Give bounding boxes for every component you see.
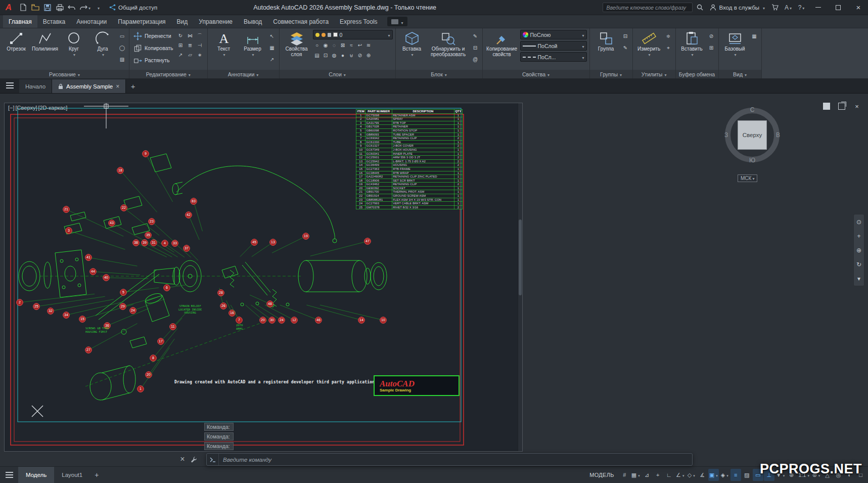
- redo-button[interactable]: [78, 1, 92, 14]
- vertical-scrollbar[interactable]: [518, 103, 522, 451]
- open-file-button[interactable]: [29, 1, 41, 14]
- stretch-button[interactable]: Растянуть: [132, 54, 175, 66]
- polyline-button[interactable]: Полилиния: [31, 30, 59, 52]
- ribbon-tab-вид[interactable]: Вид: [171, 15, 194, 28]
- new-file-button[interactable]: [17, 1, 29, 14]
- ellipse-button[interactable]: ◯: [118, 43, 126, 52]
- viewcube-west[interactable]: З: [724, 131, 728, 139]
- doc-close-button[interactable]: ×: [853, 103, 860, 110]
- close-tab-icon[interactable]: ×: [116, 83, 119, 90]
- viewcube-east[interactable]: В: [776, 131, 780, 139]
- isometric-drafting-toggle[interactable]: ◇: [686, 469, 697, 481]
- grid-display-toggle[interactable]: #: [619, 469, 630, 481]
- wcs-button[interactable]: МСК: [738, 174, 757, 182]
- undo-button[interactable]: [66, 1, 78, 14]
- layout-tab-layout1[interactable]: Layout1: [54, 467, 90, 483]
- doc-minimize-button[interactable]: [823, 103, 830, 110]
- insert-block-button[interactable]: Вставка: [398, 30, 426, 58]
- group-button[interactable]: Группа: [592, 30, 620, 52]
- id-point-button[interactable]: ⌖: [664, 43, 673, 52]
- command-input[interactable]: [219, 457, 692, 463]
- zoom-button[interactable]: ⊕: [855, 246, 863, 254]
- close-button[interactable]: ×: [849, 0, 868, 15]
- orbit-button[interactable]: ↻: [855, 260, 863, 269]
- layer-match-button[interactable]: ≈: [347, 41, 356, 50]
- line-button[interactable]: Отрезок: [3, 30, 30, 52]
- panel-label-modify[interactable]: Редактирование: [129, 70, 207, 78]
- ribbon-tab-совместная-работа[interactable]: Совместная работа: [267, 15, 334, 28]
- polar-tracking-toggle[interactable]: ∠: [675, 469, 686, 481]
- tab-start[interactable]: Начало: [19, 79, 52, 93]
- ribbon-tab-главная[interactable]: Главная: [3, 15, 37, 28]
- new-layout-button[interactable]: +: [90, 467, 103, 483]
- layer-walk-button[interactable]: ≋: [364, 41, 373, 50]
- full-navigation-wheel-button[interactable]: ⊙: [855, 217, 863, 226]
- ribbon-tab-вставка[interactable]: Вставка: [37, 15, 71, 28]
- trim-button[interactable]: ⊣: [196, 41, 204, 50]
- copy-button[interactable]: Копировать: [132, 42, 175, 54]
- linetype-dropdown[interactable]: ПоСлой: [520, 41, 587, 51]
- edit-block-button[interactable]: ✎: [471, 32, 480, 40]
- viewport-control-0[interactable]: [−]: [8, 105, 15, 111]
- detect-convert-button[interactable]: Обнаружить и преобразовать: [427, 30, 470, 57]
- search-button[interactable]: [694, 1, 706, 14]
- ribbon-tab-аннотации[interactable]: Аннотации: [71, 15, 112, 28]
- command-line[interactable]: [206, 453, 693, 466]
- panel-label-utilities[interactable]: Утилиты: [633, 70, 675, 78]
- layer-state-button[interactable]: ▤: [313, 51, 322, 60]
- circle-button[interactable]: Круг: [60, 30, 87, 58]
- viewport-control-2[interactable]: [2D-каркас]: [38, 105, 67, 111]
- ortho-mode-toggle[interactable]: ∟: [664, 469, 674, 481]
- viewcube-top-face[interactable]: Сверху: [738, 120, 767, 150]
- offset-button[interactable]: ≣: [186, 41, 195, 50]
- panel-label-layers[interactable]: Слои: [280, 70, 395, 78]
- dimension-button[interactable]: Размер: [239, 30, 266, 58]
- match-properties-button[interactable]: Копирование свойств: [485, 30, 519, 57]
- ribbon-tab-вывод[interactable]: Вывод: [238, 15, 267, 28]
- new-drawing-tab-button[interactable]: +: [126, 79, 140, 93]
- infer-constraints-toggle[interactable]: ⊿: [642, 469, 652, 481]
- layer-unlock-button[interactable]: ⊡: [322, 51, 330, 60]
- 3d-object-snap-toggle[interactable]: ◈: [719, 469, 730, 481]
- sign-in-button[interactable]: Вход в службы: [707, 4, 768, 11]
- panel-label-annotate[interactable]: Аннотации: [208, 70, 279, 78]
- text-button[interactable]: A Текст: [210, 30, 238, 58]
- maximize-button[interactable]: [829, 0, 848, 15]
- osnap-tracking-toggle[interactable]: ∡: [697, 469, 708, 481]
- copy-clip-button[interactable]: ⊞: [707, 43, 716, 52]
- layer-isolate-button[interactable]: ◉: [322, 41, 330, 50]
- minimize-button[interactable]: [808, 0, 828, 15]
- fillet-button[interactable]: ⌒: [196, 31, 204, 40]
- layout-tab-модель[interactable]: Модель: [18, 467, 54, 483]
- qat-customize-button[interactable]: [92, 1, 104, 14]
- pan-button[interactable]: +: [855, 232, 863, 240]
- scrollbar-thumb[interactable]: [519, 219, 522, 295]
- layer-delete-button[interactable]: ⊘: [356, 51, 364, 60]
- write-block-button[interactable]: ⊟: [471, 43, 480, 52]
- viewport-control-1[interactable]: [Сверху]: [16, 105, 37, 111]
- cut-button[interactable]: ⊘: [707, 32, 716, 40]
- mleader-button[interactable]: ↗: [268, 55, 277, 64]
- ungroup-button[interactable]: ⊟: [621, 32, 630, 40]
- layer-select-dropdown[interactable]: 0: [313, 30, 393, 39]
- doc-restore-button[interactable]: [838, 103, 845, 110]
- layer-freeze-button[interactable]: ◌: [330, 41, 339, 50]
- file-tabs-menu-button[interactable]: [0, 78, 19, 93]
- command-close-button[interactable]: ×: [178, 455, 187, 464]
- rectangle-button[interactable]: ▭: [118, 32, 126, 40]
- layer-lock-button[interactable]: ⊠: [339, 41, 347, 50]
- move-button[interactable]: Перенести: [132, 30, 175, 42]
- language-button[interactable]: A: [782, 1, 794, 14]
- mirror-button[interactable]: ⋈: [186, 31, 195, 40]
- rotate-button[interactable]: ↻: [176, 31, 185, 40]
- panel-label-draw[interactable]: Рисование: [0, 70, 129, 78]
- scale-button[interactable]: ↗: [176, 51, 185, 59]
- group-edit-button[interactable]: ✎: [621, 43, 630, 52]
- transparency-toggle[interactable]: ▨: [742, 469, 752, 481]
- viewcube-north[interactable]: С: [750, 106, 755, 113]
- object-snap-toggle[interactable]: ▣: [708, 469, 719, 481]
- app-store-button[interactable]: [769, 1, 781, 14]
- layer-properties-button[interactable]: Свойства слоя: [282, 30, 311, 57]
- arc-button[interactable]: Дуга: [89, 30, 116, 58]
- panel-label-groups[interactable]: Группы: [590, 70, 632, 78]
